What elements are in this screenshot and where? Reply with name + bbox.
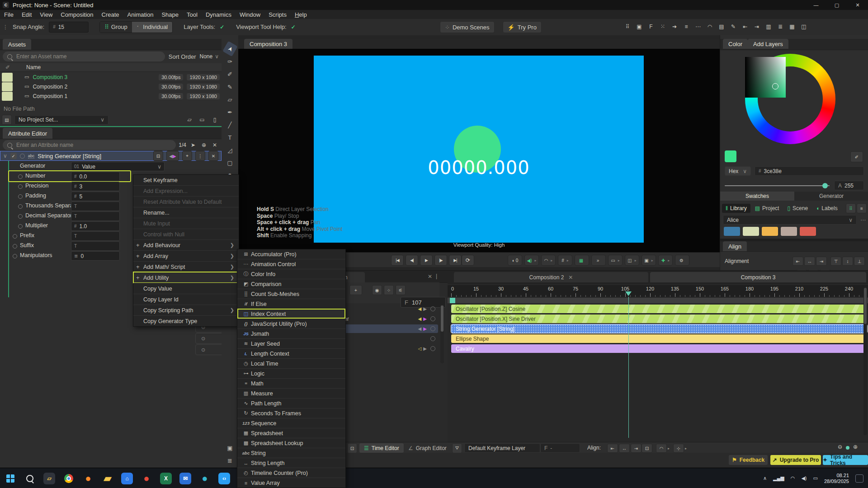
taskbar-app-icon[interactable]: ⌂ [121, 473, 133, 484]
viewport-option-button[interactable]: ▦ ▸ [575, 255, 589, 266]
window-control-button[interactable]: — [806, 2, 826, 8]
keyframe-circle-icon[interactable] [18, 214, 23, 219]
timeline-track-bar[interactable]: Ellipse Shape [451, 334, 867, 343]
swatches-generator-tab[interactable]: Generator [794, 192, 868, 201]
keyframe-align-button[interactable]: ⇥ [631, 444, 642, 453]
try-pro-button[interactable]: ⚡ Try Pro [503, 21, 542, 33]
swatch-source-button[interactable]: ▤ Project [751, 204, 783, 213]
keyframe-circle-icon[interactable] [18, 194, 23, 199]
submenu-item[interactable]: ≡ Value Array [237, 478, 345, 488]
close-icon[interactable]: ✕ [208, 151, 218, 161]
toolbar-icon-button[interactable]: ➔ [670, 22, 679, 32]
toolbar-icon-button[interactable]: ▥ [764, 22, 774, 32]
tab-align[interactable]: Align [723, 241, 747, 251]
track-scrollbar[interactable] [863, 286, 867, 435]
demo-scenes-button[interactable]: ⁘ Demo Scenes [440, 21, 495, 33]
transport-button[interactable]: ▶ [420, 255, 433, 266]
taskbar-app-icon[interactable] [63, 473, 75, 484]
transport-button[interactable]: ◀| [406, 255, 418, 266]
swatch-source-button[interactable]: ▯ Scene [783, 204, 811, 213]
saturation-value-square[interactable] [745, 57, 786, 98]
toolbar-icon-button[interactable]: ≡ [681, 22, 691, 32]
keyframe-layer-dropdown[interactable]: Default Keyframe Layer [464, 443, 540, 453]
swatch-source-button[interactable]: ⫴ Library [722, 204, 750, 213]
timeline-filter-button[interactable]: ◉ [372, 285, 382, 295]
tab-composition-2[interactable]: Composition 2 ✕ [454, 272, 648, 282]
volume-icon[interactable]: ◀) [801, 475, 807, 481]
viewport-option-button[interactable]: ⚙ ▸ [675, 255, 689, 266]
context-menu-item[interactable]: + Reset Attribute Value to Default ❯ [133, 196, 239, 207]
toolbar-icon-button[interactable]: ⁙ [658, 22, 668, 32]
keyframe-tool-button[interactable]: ⊡ ▸ [642, 444, 652, 453]
menubar-item[interactable]: Shape [157, 11, 183, 18]
menubar-item[interactable]: Help [291, 11, 311, 18]
toolbar-icon-button[interactable]: ⠿ [623, 22, 632, 32]
pick-attribute-icon[interactable]: ➤ [189, 140, 197, 150]
toolbar-icon-button[interactable]: ≣ [775, 22, 785, 32]
project-folder-icon[interactable]: ▤ [2, 115, 12, 125]
dope-sheet-icon[interactable]: ⊡ [347, 443, 357, 453]
swatch-source-button[interactable]: ◖ Labels [812, 204, 841, 213]
viewport-option-button[interactable]: » ▸ [591, 255, 606, 266]
submenu-item[interactable]: {} JavaScript Utility (Pro) [237, 319, 345, 328]
tool-button[interactable]: ◿ [224, 145, 236, 155]
solo-toggle[interactable] [20, 154, 25, 159]
menubar-item[interactable]: Composition [57, 11, 97, 18]
keyframe-circle-icon[interactable] [13, 254, 17, 258]
keyframe-circle-icon[interactable] [13, 244, 17, 249]
menubar-item[interactable]: Scripts [264, 11, 291, 18]
submenu-item[interactable]: ⊞ Accumulator (Pro) [237, 249, 345, 259]
attribute-search-input[interactable] [15, 141, 171, 149]
playhead-handle[interactable] [625, 291, 632, 296]
submenu-item[interactable]: ⋯ Animation Control [237, 259, 345, 269]
timeline-track-bar[interactable]: Cavalry [451, 344, 867, 353]
asset-row[interactable]: ▭ Composition 1 30.00fps 868 x 488 [0, 91, 222, 101]
toolbar-icon-button[interactable]: ◫ [799, 22, 809, 32]
tool-button[interactable]: ╱ [224, 119, 236, 130]
submenu-item[interactable]: ◩ Comparison [237, 279, 345, 289]
asset-row[interactable]: ▭ Composition 2 30.00fps 868 x 488 [0, 82, 222, 91]
submenu-item[interactable]: = Math [237, 378, 345, 388]
layer-tools-check-icon[interactable]: ✓ [220, 24, 224, 30]
asset-color-swatch[interactable] [2, 92, 13, 101]
link-icon[interactable]: ⊟ [153, 151, 163, 161]
project-set-dropdown[interactable]: No Project Set...∨ [14, 115, 108, 125]
viewport-option-button[interactable]: ◖0 ▸ [508, 255, 522, 266]
tool-button[interactable]: ➤ [222, 41, 238, 57]
context-menu-item[interactable]: + Add Utility ❯ [133, 272, 239, 283]
window-control-button[interactable]: ✕ [847, 2, 868, 8]
prev-keyframe-icon[interactable]: ◀ [418, 306, 422, 311]
timeline-track-bar[interactable]: Oscillator [Position.Z] Cosine [451, 305, 867, 313]
toolbar-icon-button[interactable]: ⇤ [740, 22, 750, 32]
submenu-item[interactable]: ⣿ Count Sub-Meshes [237, 289, 345, 299]
keyframe-circle-icon[interactable] [430, 316, 435, 321]
viewport-option-button[interactable]: ▣ ▸ [642, 255, 656, 266]
tray-chart-icon[interactable]: ▂▄▆ [773, 475, 784, 481]
close-icon[interactable]: ✕ [211, 140, 219, 150]
context-menu-item[interactable]: + Copy Layer Id ❯ [133, 294, 239, 305]
layer-list-scrollbar[interactable] [440, 305, 444, 363]
tab-composition-3[interactable]: Composition 3 [650, 272, 866, 282]
submenu-item[interactable]: ⊶ Logic [237, 368, 345, 378]
alignment-button[interactable]: ⊤ [830, 257, 841, 266]
submenu-item[interactable]: ▩ Spreadsheet Lookup [237, 438, 345, 448]
tool-button[interactable]: ✑ [224, 56, 236, 67]
attribute-search[interactable] [3, 140, 176, 150]
submenu-item[interactable]: ∿ Path Length [237, 398, 345, 408]
viewport-option-button[interactable]: # ▸ [558, 255, 572, 266]
submenu-item[interactable]: JS Jsmath [237, 328, 345, 338]
alignment-button[interactable]: ⊥ [854, 257, 865, 266]
submenu-item[interactable]: L Length Context [237, 348, 345, 358]
keyframe-circle-icon[interactable] [13, 234, 17, 239]
strip-bottom-button[interactable]: ≣ [224, 455, 236, 466]
context-menu-item[interactable]: + Rename... ❯ [133, 207, 239, 218]
attribute-row[interactable]: Generator 01 Value ∨ + [0, 161, 222, 171]
viewport-option-button[interactable]: ✚ ▸ [658, 255, 673, 266]
viewport-tool-help-check-icon[interactable]: ✓ [291, 24, 296, 30]
palette-swatch[interactable] [781, 227, 797, 236]
color-panel-tab[interactable]: Add Layers [748, 39, 788, 49]
palette-more-button[interactable]: ⋯ [860, 217, 866, 223]
hex-mode-dropdown[interactable]: Hex∨ [725, 166, 751, 176]
attribute-value-field[interactable]: ≣ 0 ∨ + [71, 251, 120, 261]
swatches-generator-tab[interactable]: Swatches [720, 192, 794, 201]
